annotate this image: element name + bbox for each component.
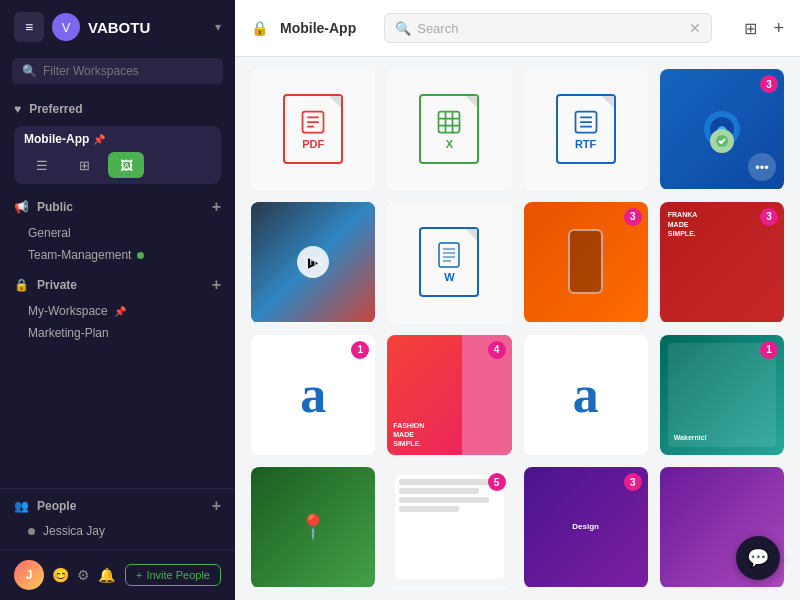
badge-artboard: 1 <box>760 341 778 359</box>
clear-search-button[interactable]: ✕ <box>689 20 701 36</box>
footer-icons: 😊 ⚙ 🔔 <box>52 567 115 583</box>
megaphone-icon: 📢 <box>14 200 29 214</box>
person-status-dot <box>28 528 35 535</box>
invite-people-button[interactable]: + Invite People <box>125 564 221 586</box>
chat-fab-button[interactable]: 💬 <box>736 536 780 580</box>
avatar[interactable]: J <box>14 560 44 590</box>
sidebar-title: VABOTU <box>88 19 207 36</box>
add-private-button[interactable]: + <box>212 276 221 294</box>
file-card-fashion[interactable]: 4 FASHIONMADESIMPLE. fashion_made_simple… <box>387 335 511 456</box>
private-section: 🔒 Private + <box>0 266 235 300</box>
chevron-icon[interactable]: ▾ <box>215 20 221 34</box>
file-name-prw1: prw1.jpg <box>660 322 784 323</box>
file-card-a1[interactable]: 1 a a.jpg <box>251 335 375 456</box>
file-card-map[interactable]: 📍 <box>251 467 375 588</box>
view-tab-grid[interactable]: ⊞ <box>66 152 102 178</box>
settings-icon[interactable]: ⚙ <box>77 567 90 583</box>
smiley-icon[interactable]: 😊 <box>52 567 69 583</box>
file-name-map <box>251 587 375 588</box>
team-management-badge <box>137 252 144 259</box>
phone-mockup <box>568 229 603 294</box>
public-section: 📢 Public + <box>0 188 235 222</box>
bell-icon[interactable]: 🔔 <box>98 567 115 583</box>
topbar-lock-icon: 🔒 <box>251 20 268 36</box>
pin-icon-2: 📌 <box>114 306 126 317</box>
file-name-lingo: LingoAsset.tiff <box>660 189 784 190</box>
topbar-title: Mobile-App <box>280 20 356 36</box>
file-card-rtf[interactable]: RTF Creative27BusinessPlan... <box>524 69 648 190</box>
file-thumb-map: 📍 <box>251 467 375 587</box>
preferred-section: ♥ Preferred <box>0 92 235 122</box>
add-public-button[interactable]: + <box>212 198 221 216</box>
topbar-search-icon: 🔍 <box>395 21 411 36</box>
file-name-purple <box>524 587 648 588</box>
file-name-xls: List_Delivery__Vabotu.xlsx <box>387 189 511 190</box>
file-card-purple[interactable]: 3 Design <box>524 467 648 588</box>
badge-fashion: 4 <box>488 341 506 359</box>
public-header[interactable]: 📢 Public + <box>14 194 221 220</box>
add-item-button[interactable]: + <box>773 18 784 39</box>
badge-lingo: 3 <box>760 75 778 93</box>
file-card-doc[interactable]: W Q&A Session - Creative27... <box>387 202 511 323</box>
file-name-png: ___2x.png <box>524 322 648 323</box>
filter-workspaces-input[interactable] <box>43 64 213 78</box>
view-tab-image[interactable]: 🖼 <box>108 152 144 178</box>
file-card-pdf[interactable]: PDF Cryptocurrency_Project_... <box>251 69 375 190</box>
file-card-png-2x[interactable]: 3 ___2x.png <box>524 202 648 323</box>
file-card-notes[interactable]: 5 <box>387 467 511 588</box>
people-header[interactable]: 👥 People + <box>14 497 221 515</box>
view-tab-list[interactable]: ☰ <box>24 152 60 178</box>
file-card-a2[interactable]: a a.jpg <box>524 335 648 456</box>
sidebar-app-icon: V <box>52 13 80 41</box>
pin-icon: 📌 <box>93 134 105 145</box>
people-icon: 👥 <box>14 499 29 513</box>
workspace-item-mobile-app[interactable]: Mobile-App 📌 ☰ ⊞ 🖼 <box>14 126 221 184</box>
svg-rect-1 <box>439 112 460 133</box>
private-header[interactable]: 🔒 Private + <box>14 272 221 298</box>
people-section: 👥 People + Jessica Jay <box>0 488 235 549</box>
sidebar-item-marketing-plan[interactable]: Marketing-Plan <box>0 322 235 344</box>
sidebar-item-team-management[interactable]: Team-Management <box>0 244 235 266</box>
sidebar-footer: J 😊 ⚙ 🔔 + Invite People <box>0 549 235 600</box>
file-card-prw1[interactable]: 3 FRANKA MADE SIMPLE. prw1.jpg <box>660 202 784 323</box>
badge-prw1: 3 <box>760 208 778 226</box>
file-name-video: Vabotu 30sec Intro.mp4 <box>251 322 375 323</box>
heart-icon: ♥ <box>14 102 21 116</box>
file-thumb-doc: W <box>387 202 511 322</box>
invite-plus-icon: + <box>136 569 142 581</box>
file-name-purple2 <box>660 587 784 588</box>
file-name-a1: a.jpg <box>251 455 375 456</box>
topbar-search-box: 🔍 ✕ <box>384 13 712 43</box>
file-thumb-a2: a <box>524 335 648 455</box>
lingo-more-button[interactable]: ••• <box>748 153 776 181</box>
search-icon: 🔍 <box>22 64 37 78</box>
person-jessica-jay[interactable]: Jessica Jay <box>14 521 221 541</box>
badge-notes: 5 <box>488 473 506 491</box>
file-name-pdf: Cryptocurrency_Project_... <box>251 189 375 190</box>
file-card-video[interactable]: THE ▶ Vabotu 30sec Intro.mp4 <box>251 202 375 323</box>
workspace-view-tabs: ☰ ⊞ 🖼 <box>24 152 211 178</box>
search-input[interactable] <box>417 21 683 36</box>
view-toggle: ⊞ <box>740 15 761 42</box>
sidebar-item-my-workspace[interactable]: My-Workspace 📌 <box>0 300 235 322</box>
lock-sidebar-icon: 🔒 <box>14 278 29 292</box>
sidebar-header: ≡ V VABOTU ▾ <box>0 0 235 54</box>
file-thumb-rtf: RTF <box>524 69 648 189</box>
file-card-lingo[interactable]: 3 ••• <box>660 69 784 190</box>
svg-rect-7 <box>439 243 459 267</box>
file-card-xls[interactable]: X List_Delivery__Vabotu.xlsx <box>387 69 511 190</box>
sidebar-item-general[interactable]: General <box>0 222 235 244</box>
topbar: 🔒 Mobile-App 🔍 ✕ ⊞ + <box>235 0 800 57</box>
filter-workspaces-search: 🔍 <box>12 58 223 84</box>
sidebar-logo-icon: ≡ <box>14 12 44 42</box>
main-content: 🔒 Mobile-App 🔍 ✕ ⊞ + PDF Cryptocurrency_… <box>235 0 800 600</box>
file-grid: PDF Cryptocurrency_Project_... X List_De… <box>235 57 800 600</box>
file-thumb-pdf: PDF <box>251 69 375 189</box>
grid-view-button[interactable]: ⊞ <box>740 15 761 42</box>
file-name-notes <box>387 587 511 588</box>
file-card-artboard[interactable]: 1 Wakernic! artboard_copy_4.jpg <box>660 335 784 456</box>
add-people-button[interactable]: + <box>212 497 221 515</box>
file-name-artboard: artboard_copy_4.jpg <box>660 455 784 456</box>
preferred-header[interactable]: ♥ Preferred <box>14 98 221 120</box>
file-name-doc: Q&A Session - Creative27... <box>387 322 511 323</box>
